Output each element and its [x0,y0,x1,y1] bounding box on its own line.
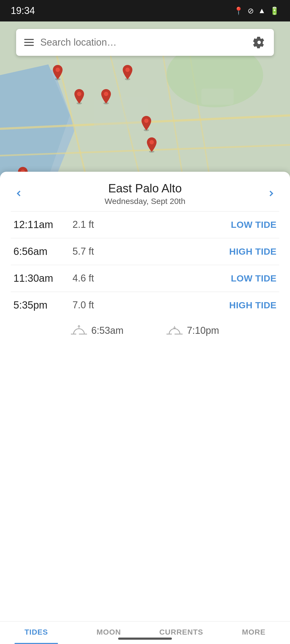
tide-height-3: 4.6 ft [73,273,231,284]
map-marker [51,64,64,80]
svg-point-24 [150,140,154,144]
tide-height-1: 2.1 ft [73,219,231,230]
sunset-item: 7:10pm [166,323,219,338]
tide-time-4: 5:35pm [13,299,73,311]
map-marker [73,89,86,105]
next-location-button[interactable] [263,185,279,202]
bottom-panel: East Palo Alto Wednesday, Sept 20th 12:1… [0,172,290,644]
panel-header: East Palo Alto Wednesday, Sept 20th [0,172,290,211]
prev-location-button[interactable] [11,185,27,202]
sunrise-icon [71,323,87,338]
tide-time-3: 11:30am [13,273,73,284]
tide-label-1: LOW TIDE [231,219,277,230]
tab-more-label: MORE [242,628,266,636]
tide-row: 6:56am 5.7 ft HIGH TIDE [0,238,290,265]
location-date: Wednesday, Sept 20th [27,197,263,206]
battery-status-icon: 🔋 [270,6,279,15]
dnd-status-icon: ⊘ [248,6,254,15]
tab-tides[interactable]: TIDES [0,621,73,644]
location-name: East Palo Alto [27,181,263,196]
svg-point-20 [104,92,108,96]
map-marker [121,64,134,80]
location-info: East Palo Alto Wednesday, Sept 20th [27,181,263,206]
tab-tides-label: TIDES [24,628,48,636]
svg-point-18 [125,68,130,72]
map-marker [145,137,158,153]
settings-button[interactable] [252,36,266,49]
tide-time-2: 6:56am [13,246,73,257]
home-indicator [118,638,172,640]
tab-more[interactable]: MORE [218,621,290,644]
wifi-status-icon: ▲ [258,6,266,15]
tide-label-4: HIGH TIDE [229,300,277,310]
tide-row: 11:30am 4.6 ft LOW TIDE [0,265,290,292]
tab-moon-label: MOON [96,628,121,636]
map-marker [140,115,153,131]
tide-label-2: HIGH TIDE [229,246,277,257]
status-bar: 19:34 📍 ⊘ ▲ 🔋 [0,0,290,21]
map-marker [99,89,113,105]
svg-point-16 [77,92,81,96]
svg-rect-14 [201,89,234,105]
tide-height-4: 7.0 ft [73,299,229,311]
status-icons: 📍 ⊘ ▲ 🔋 [234,6,279,15]
sunrise-item: 6:53am [71,323,124,338]
svg-point-26 [56,68,60,72]
sunset-time: 7:10pm [187,325,219,336]
tab-currents-label: CURRENTS [159,628,203,636]
tide-height-2: 5.7 ft [73,246,229,257]
tide-label-3: LOW TIDE [231,273,277,284]
tab-bar: TIDES MOON CURRENTS MORE [0,621,290,644]
tide-row: 12:11am 2.1 ft LOW TIDE [0,211,290,238]
status-time: 19:34 [11,5,35,16]
sunset-icon [166,323,183,338]
tide-row: 5:35pm 7.0 ft HIGH TIDE [0,292,290,319]
sunrise-time: 6:53am [91,325,124,336]
sun-row: 6:53am 7:10pm [0,319,290,341]
tab-moon[interactable]: MOON [73,621,145,644]
tide-time-1: 12:11am [13,219,73,230]
svg-point-22 [144,119,148,123]
location-status-icon: 📍 [234,6,243,15]
search-bar [16,29,274,56]
menu-button[interactable] [24,39,34,46]
search-input[interactable] [40,37,246,48]
tab-currents[interactable]: CURRENTS [145,621,218,644]
